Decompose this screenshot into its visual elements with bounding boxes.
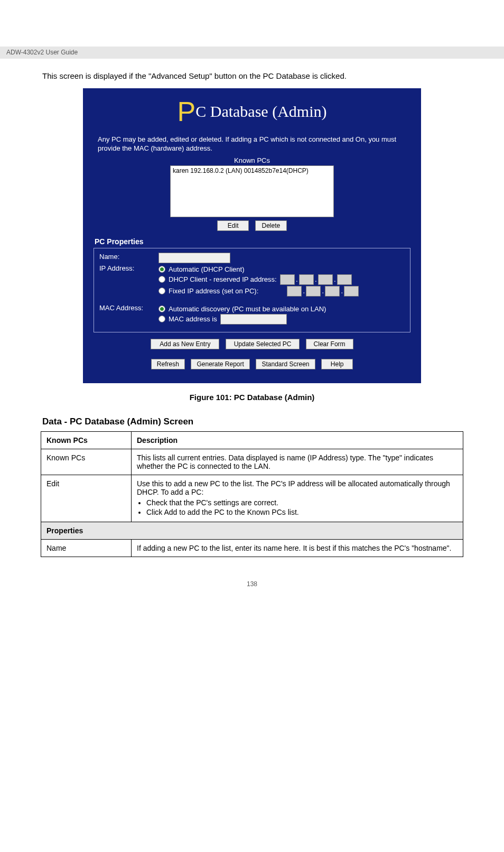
radio-mac-manual[interactable] — [158, 316, 165, 322]
edit-desc-intro: Use this to add a new PC to the list. Th… — [137, 479, 450, 496]
name-label: Name: — [99, 253, 158, 261]
router-admin-panel: PC Database (Admin) Any PC may be added,… — [83, 88, 421, 383]
cell-name-desc: If adding a new PC to the list, enter it… — [132, 539, 463, 557]
table-row: Known PCs This lists all current entries… — [41, 449, 463, 475]
doc-header: ADW-4302v2 User Guide — [0, 47, 504, 59]
ip-address-label: IP Address: — [99, 264, 158, 272]
reserved-ip-input-group: . . . — [280, 274, 352, 285]
radio-ip-fixed[interactable] — [158, 288, 165, 294]
edit-step-2: Click Add to add the PC to the Known PCs… — [146, 508, 458, 516]
reserved-ip-octet-3[interactable] — [318, 274, 333, 285]
section-properties-label: Properties — [41, 522, 463, 539]
update-selected-pc-button[interactable]: Update Selected PC — [226, 339, 300, 349]
reserved-ip-octet-4[interactable] — [337, 274, 352, 285]
cell-edit-label: Edit — [41, 475, 132, 522]
table-section-properties: Properties — [41, 522, 463, 539]
fixed-ip-octet-3[interactable] — [325, 286, 340, 297]
opt-mac-manual-label: MAC address is — [169, 315, 217, 323]
intro-paragraph: This screen is displayed if the "Advance… — [0, 59, 504, 82]
table-row: Edit Use this to add a new PC to the lis… — [41, 475, 463, 522]
fixed-ip-input-group: . . . — [287, 286, 359, 297]
reserved-ip-octet-2[interactable] — [299, 274, 314, 285]
header-left-text: ADW-4302v2 User Guide — [6, 47, 78, 59]
description-table: Known PCs Description Known PCs This lis… — [41, 431, 463, 557]
refresh-button[interactable]: Refresh — [151, 359, 185, 369]
fixed-ip-octet-2[interactable] — [306, 286, 321, 297]
opt-ip-auto-label: Automatic (DHCP Client) — [169, 265, 245, 273]
standard-screen-button[interactable]: Standard Screen — [256, 359, 315, 369]
fixed-ip-octet-1[interactable] — [287, 286, 302, 297]
clear-form-button[interactable]: Clear Form — [306, 339, 353, 349]
opt-ip-fixed-label: Fixed IP address (set on PC): — [169, 287, 258, 295]
table-row: Name If adding a new PC to the list, ent… — [41, 539, 463, 557]
panel-title: PC Database (Admin) — [94, 98, 410, 125]
figure-caption: Figure 101: PC Database (Admin) — [0, 393, 504, 402]
mac-address-input[interactable] — [220, 314, 287, 325]
edit-button[interactable]: Edit — [217, 220, 249, 231]
panel-description: Any PC may be added, edited or deleted. … — [98, 135, 406, 153]
delete-button[interactable]: Delete — [255, 220, 287, 231]
known-pc-entry[interactable]: karen 192.168.0.2 (LAN) 0014852b7e14(DHC… — [173, 167, 331, 174]
edit-step-1: Check that the PC's settings are correct… — [146, 498, 458, 507]
opt-mac-auto-label: Automatic discovery (PC must be availabl… — [169, 305, 326, 313]
name-input[interactable] — [158, 253, 230, 263]
radio-ip-auto[interactable] — [158, 266, 165, 273]
title-initial-p: P — [178, 96, 196, 127]
help-button[interactable]: Help — [321, 359, 353, 369]
reserved-ip-octet-1[interactable] — [280, 274, 295, 285]
fixed-ip-octet-4[interactable] — [344, 286, 359, 297]
pc-properties-box: Name: IP Address: Automatic (DHCP Client… — [94, 248, 410, 332]
title-rest: C Database (Admin) — [195, 103, 326, 120]
add-new-entry-button[interactable]: Add as New Entry — [151, 339, 219, 349]
th-known-pcs: Known PCs — [41, 431, 132, 449]
page-number: 138 — [0, 580, 504, 588]
radio-mac-auto[interactable] — [158, 305, 165, 312]
opt-ip-dhcp-reserved-label: DHCP Client - reserved IP address: — [169, 275, 277, 283]
radio-ip-dhcp-reserved[interactable] — [158, 276, 165, 283]
th-description: Description — [132, 431, 463, 449]
cell-name-label: Name — [41, 539, 132, 557]
mac-address-label: MAC Address: — [99, 304, 158, 312]
known-pcs-label: Known PCs — [94, 156, 410, 164]
data-table-heading: Data - PC Database (Admin) Screen — [42, 416, 504, 427]
pc-properties-heading: PC Properties — [95, 237, 410, 246]
cell-known-pcs-desc: This lists all current entries. Data dis… — [132, 449, 463, 475]
generate-report-button[interactable]: Generate Report — [191, 359, 249, 369]
cell-edit-desc: Use this to add a new PC to the list. Th… — [132, 475, 463, 522]
known-pcs-listbox[interactable]: karen 192.168.0.2 (LAN) 0014852b7e14(DHC… — [170, 165, 334, 217]
cell-known-pcs-label: Known PCs — [41, 449, 132, 475]
